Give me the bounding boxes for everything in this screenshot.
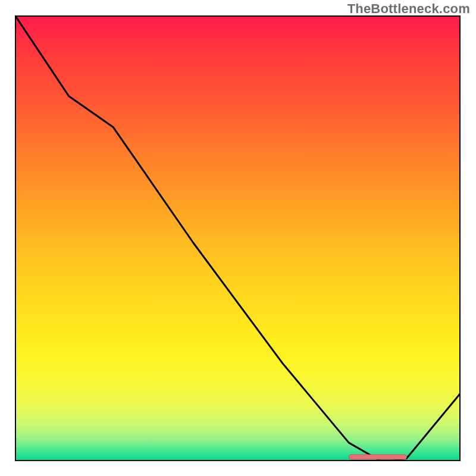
chart-container: TheBottleneck.com	[0, 0, 476, 476]
watermark-text: TheBottleneck.com	[347, 1, 470, 17]
plot-background	[15, 16, 460, 461]
